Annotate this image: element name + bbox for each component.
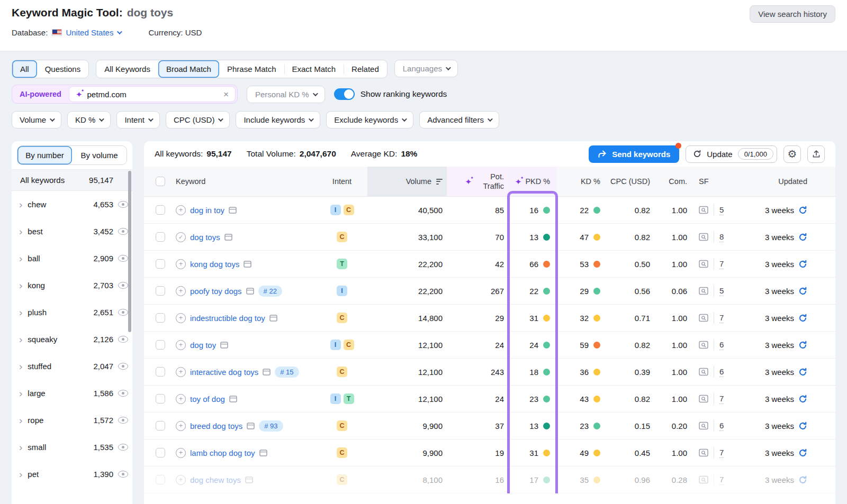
keyword-group-item[interactable]: › best 3,452 [12, 218, 132, 245]
match-tab[interactable]: Broad Match [158, 60, 219, 78]
column-header-pkd[interactable]: ✦ PKD % [508, 167, 557, 196]
position-badge[interactable]: # 22 [258, 286, 282, 297]
filter-dropdown[interactable]: Volume [12, 111, 61, 129]
column-header-pot-traffic[interactable]: ✦ Pot. Traffic [447, 167, 508, 196]
serp-preview-icon[interactable] [245, 476, 253, 483]
serp-preview-icon[interactable] [229, 396, 237, 402]
match-tab[interactable]: Phrase Match [219, 60, 284, 78]
serp-features-icon[interactable] [699, 448, 708, 457]
keyword-link[interactable]: indestructible dog toy [190, 314, 265, 323]
keyword-group-item[interactable]: › ball 2,909 [12, 245, 132, 272]
chevron-right-icon[interactable]: › [19, 334, 22, 344]
add-keyword-icon[interactable] [176, 421, 186, 431]
chevron-right-icon[interactable]: › [19, 226, 22, 236]
settings-button[interactable]: ⚙ [783, 145, 801, 163]
serp-preview-icon[interactable] [263, 369, 271, 375]
add-keyword-icon[interactable] [176, 286, 186, 296]
keyword-link[interactable]: poofy toy dogs [190, 287, 242, 296]
row-refresh-icon[interactable] [798, 233, 807, 242]
position-badge[interactable]: # 93 [259, 420, 283, 432]
filter-dropdown[interactable]: CPC (USD) [166, 111, 230, 129]
chevron-right-icon[interactable]: › [19, 253, 22, 263]
sidebar-view-tab[interactable]: By volume [72, 146, 127, 164]
row-checkbox[interactable] [156, 367, 165, 377]
match-tab[interactable]: All Keywords [96, 60, 158, 78]
row-checkbox[interactable] [156, 286, 165, 296]
ranking-keywords-toggle[interactable] [334, 88, 355, 100]
keyword-link[interactable]: dog toys [190, 233, 220, 242]
filter-dropdown[interactable]: Exclude keywords [326, 111, 413, 129]
keyword-group-item[interactable]: › plush 2,651 [12, 299, 132, 326]
match-tab[interactable]: Related [344, 60, 387, 78]
all-keywords-row[interactable]: All keywords 95,147 [12, 169, 132, 191]
send-keywords-button[interactable]: Send keywords [589, 145, 679, 163]
chevron-right-icon[interactable]: › [19, 415, 22, 425]
column-header-keyword[interactable]: Keyword [174, 167, 317, 196]
personal-kd-dropdown[interactable]: Personal KD % [247, 86, 325, 103]
sf-value[interactable]: 7 [719, 313, 724, 323]
column-header-kd[interactable]: KD % [557, 167, 605, 196]
sf-value[interactable]: 8 [719, 232, 724, 242]
keyword-link[interactable]: toy of dog [190, 395, 225, 404]
update-button[interactable]: Update 0/1,000 [686, 145, 777, 163]
row-checkbox[interactable] [156, 475, 165, 484]
chevron-right-icon[interactable]: › [19, 388, 22, 398]
keyword-group-item[interactable]: › pet 1,390 [12, 461, 132, 488]
keyword-link[interactable]: breed dog toys [190, 421, 242, 430]
filter-dropdown[interactable]: Include keywords [236, 111, 320, 129]
keyword-group-item[interactable]: › rope 1,572 [12, 407, 132, 434]
row-checkbox[interactable] [156, 232, 165, 242]
scope-tab[interactable]: Questions [37, 60, 89, 78]
chevron-right-icon[interactable]: › [19, 280, 22, 290]
column-header-com[interactable]: Com. [653, 167, 691, 196]
serp-preview-icon[interactable] [259, 450, 267, 456]
row-refresh-icon[interactable] [798, 314, 807, 323]
eye-icon[interactable] [118, 228, 128, 235]
add-keyword-icon[interactable] [176, 394, 186, 404]
sidebar-scrollbar[interactable] [128, 171, 131, 332]
row-refresh-icon[interactable] [798, 341, 807, 350]
sidebar-view-tab[interactable]: By number [17, 146, 72, 164]
position-badge[interactable]: # 15 [275, 366, 299, 378]
eye-icon[interactable] [118, 255, 128, 262]
serp-features-icon[interactable] [699, 341, 708, 349]
row-checkbox[interactable] [156, 313, 165, 323]
add-keyword-icon[interactable] [176, 367, 186, 377]
keyword-group-item[interactable]: › large 1,586 [12, 380, 132, 407]
sf-value[interactable]: 5 [719, 286, 724, 296]
add-keyword-icon[interactable] [176, 259, 186, 269]
sf-value[interactable]: 6 [719, 421, 724, 431]
serp-preview-icon[interactable] [224, 234, 232, 241]
keyword-group-item[interactable]: › kong 2,703 [12, 272, 132, 299]
row-checkbox[interactable] [156, 394, 165, 404]
database-selector[interactable]: United States [66, 28, 113, 37]
keyword-group-item[interactable]: › small 1,535 [12, 434, 132, 461]
sf-value[interactable]: 7 [719, 394, 724, 404]
sf-value[interactable]: 5 [719, 205, 724, 215]
column-header-volume[interactable]: Volume [367, 167, 447, 196]
eye-icon[interactable] [118, 201, 128, 208]
column-header-intent[interactable]: Intent [317, 167, 367, 196]
serp-preview-icon[interactable] [247, 423, 255, 429]
row-refresh-icon[interactable] [798, 475, 807, 484]
eye-icon[interactable] [118, 363, 128, 370]
keyword-group-item[interactable]: › chew 4,653 [12, 191, 132, 218]
serp-preview-icon[interactable] [229, 207, 237, 214]
scope-tab[interactable]: All [12, 60, 37, 78]
languages-dropdown[interactable]: Languages [394, 60, 458, 77]
sf-value[interactable]: 6 [719, 340, 724, 350]
column-header-cpc[interactable]: CPC (USD) [605, 167, 653, 196]
keyword-link[interactable]: lamb chop dog toy [190, 448, 255, 457]
row-checkbox[interactable] [156, 448, 165, 457]
serp-features-icon[interactable] [699, 475, 708, 484]
serp-features-icon[interactable] [699, 233, 708, 241]
row-refresh-icon[interactable] [798, 395, 807, 404]
row-refresh-icon[interactable] [798, 287, 807, 296]
eye-icon[interactable] [118, 417, 128, 424]
keyword-link[interactable]: interactive dog toys [190, 368, 258, 377]
eye-icon[interactable] [118, 309, 128, 316]
add-keyword-icon[interactable] [176, 475, 186, 485]
chevron-right-icon[interactable]: › [19, 469, 22, 479]
serp-preview-icon[interactable] [220, 342, 228, 349]
row-checkbox[interactable] [156, 259, 165, 269]
